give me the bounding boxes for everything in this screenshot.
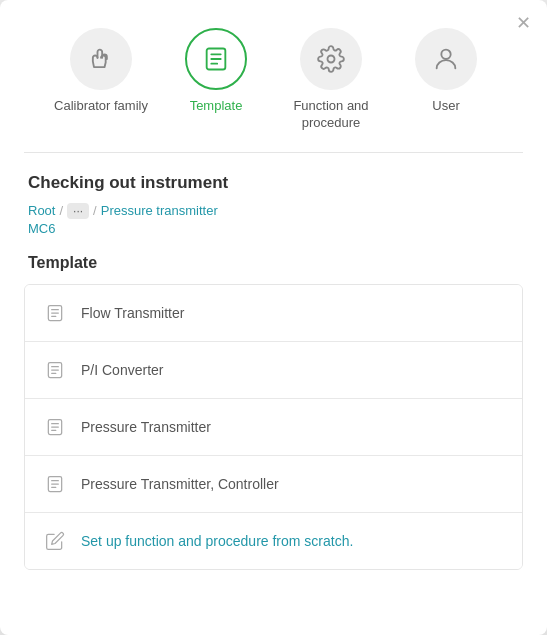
touch-icon bbox=[87, 45, 115, 73]
document-icon-pressure-ctrl bbox=[41, 470, 69, 498]
breadcrumb-root[interactable]: Root bbox=[28, 203, 55, 218]
item-label-flow-transmitter: Flow Transmitter bbox=[81, 305, 184, 321]
breadcrumb: Root / ··· / Pressure transmitter bbox=[0, 199, 547, 221]
item-label-pressure-transmitter-controller: Pressure Transmitter, Controller bbox=[81, 476, 279, 492]
step-icon-user bbox=[415, 28, 477, 90]
pencil-icon bbox=[41, 527, 69, 555]
gear-icon bbox=[317, 45, 345, 73]
svg-point-5 bbox=[441, 50, 450, 59]
wizard-steps: Calibrator family Template Function bbox=[0, 0, 547, 152]
breadcrumb-device: MC6 bbox=[0, 221, 547, 250]
step-user[interactable]: User bbox=[394, 28, 499, 115]
breadcrumb-sep-1: / bbox=[59, 203, 63, 218]
list-item-scratch[interactable]: Set up function and procedure from scrat… bbox=[25, 513, 522, 569]
step-label-calibrator-family: Calibrator family bbox=[54, 98, 148, 115]
item-label-pi-converter: P/I Converter bbox=[81, 362, 163, 378]
document-icon-pi bbox=[41, 356, 69, 384]
modal-dialog: ✕ Calibrator family Template bbox=[0, 0, 547, 635]
close-button[interactable]: ✕ bbox=[516, 14, 531, 32]
template-section-title: Template bbox=[0, 250, 547, 284]
item-label-scratch: Set up function and procedure from scrat… bbox=[81, 533, 353, 549]
step-icon-template bbox=[185, 28, 247, 90]
section-title: Checking out instrument bbox=[0, 153, 547, 199]
step-label-template: Template bbox=[190, 98, 243, 115]
document-icon bbox=[202, 45, 230, 73]
step-label-user: User bbox=[432, 98, 459, 115]
list-item-flow-transmitter[interactable]: Flow Transmitter bbox=[25, 285, 522, 342]
document-icon-pressure bbox=[41, 413, 69, 441]
breadcrumb-sep-2: / bbox=[93, 203, 97, 218]
list-item-pi-converter[interactable]: P/I Converter bbox=[25, 342, 522, 399]
list-item-pressure-transmitter-controller[interactable]: Pressure Transmitter, Controller bbox=[25, 456, 522, 513]
user-icon bbox=[432, 45, 460, 73]
breadcrumb-current[interactable]: Pressure transmitter bbox=[101, 203, 218, 218]
item-label-pressure-transmitter: Pressure Transmitter bbox=[81, 419, 211, 435]
breadcrumb-ellipsis[interactable]: ··· bbox=[67, 203, 89, 219]
document-icon-flow bbox=[41, 299, 69, 327]
step-icon-function-procedure bbox=[300, 28, 362, 90]
step-function-procedure[interactable]: Function and procedure bbox=[279, 28, 384, 132]
template-list: Flow Transmitter P/I Converter bbox=[24, 284, 523, 570]
step-icon-calibrator-family bbox=[70, 28, 132, 90]
svg-point-4 bbox=[328, 56, 335, 63]
step-label-function-procedure: Function and procedure bbox=[279, 98, 384, 132]
step-template[interactable]: Template bbox=[164, 28, 269, 115]
step-calibrator-family[interactable]: Calibrator family bbox=[49, 28, 154, 115]
list-item-pressure-transmitter[interactable]: Pressure Transmitter bbox=[25, 399, 522, 456]
